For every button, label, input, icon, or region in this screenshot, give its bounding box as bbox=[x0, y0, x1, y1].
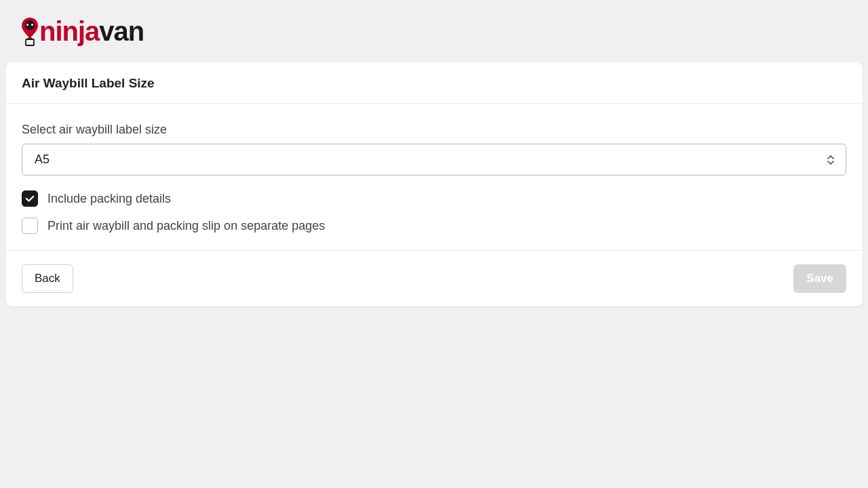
checkbox-include-packing[interactable]: Include packing details bbox=[22, 190, 846, 207]
svg-rect-3 bbox=[26, 39, 34, 45]
checkbox-include-packing-box[interactable] bbox=[22, 190, 38, 207]
checkbox-separate-pages[interactable]: Print air waybill and packing slip on se… bbox=[22, 218, 846, 234]
svg-rect-2 bbox=[31, 24, 33, 26]
page-header: ninjavan bbox=[0, 0, 868, 57]
checkbox-separate-pages-box[interactable] bbox=[22, 218, 38, 234]
checkbox-separate-pages-label: Print air waybill and packing slip on se… bbox=[47, 219, 325, 233]
label-size-select-button[interactable]: A5 bbox=[22, 144, 846, 176]
card-title: Air Waybill Label Size bbox=[22, 76, 846, 91]
card-body: Select air waybill label size A5 Include… bbox=[5, 104, 863, 250]
logo-pin-icon bbox=[20, 16, 39, 46]
back-button[interactable]: Back bbox=[22, 264, 73, 293]
checkbox-include-packing-label: Include packing details bbox=[47, 192, 171, 206]
brand-logo: ninjavan bbox=[20, 16, 848, 46]
svg-rect-1 bbox=[26, 24, 28, 26]
label-size-select-label: Select air waybill label size bbox=[22, 123, 846, 137]
save-button[interactable]: Save bbox=[793, 264, 846, 293]
card-header: Air Waybill Label Size bbox=[5, 62, 863, 104]
settings-card: Air Waybill Label Size Select air waybil… bbox=[5, 62, 863, 306]
brand-wordmark: ninjavan bbox=[39, 18, 144, 45]
card-footer: Back Save bbox=[5, 250, 863, 306]
label-size-select[interactable]: A5 bbox=[22, 144, 846, 176]
